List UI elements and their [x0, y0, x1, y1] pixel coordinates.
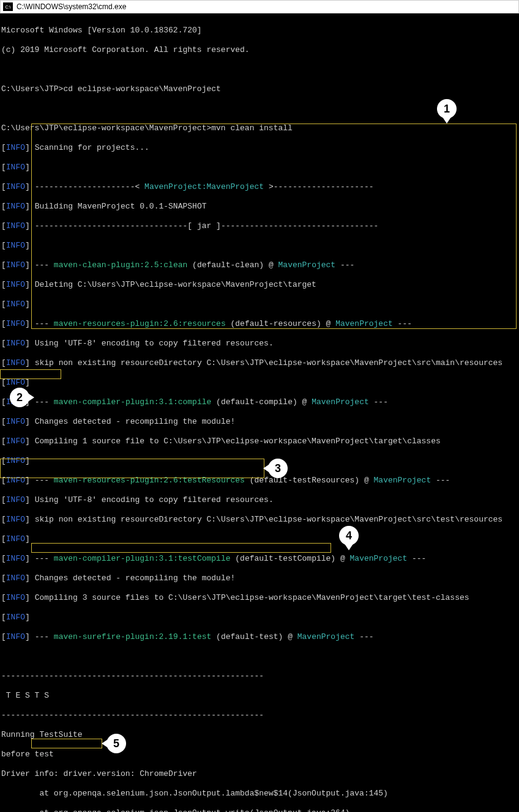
callout-2: 2	[10, 388, 29, 407]
header-line: (c) 2019 Microsoft Corporation. All righ…	[1, 45, 518, 55]
prompt-line: C:\Users\JTP\eclipse-workspace\MavenProj…	[1, 124, 518, 133]
terminal-output[interactable]: Microsoft Windows [Version 10.0.18362.72…	[0, 13, 519, 812]
callout-3: 3	[268, 459, 288, 478]
title-bar[interactable]: C:\ C:\WINDOWS\system32\cmd.exe	[0, 0, 519, 13]
prompt-line: C:\Users\JTP>cd eclipse-workspace\MavenP…	[1, 84, 518, 94]
header-line: Microsoft Windows [Version 10.0.18362.72…	[1, 26, 518, 35]
callout-5: 5	[106, 734, 126, 753]
cmd-icon: C:\	[3, 2, 13, 11]
callout-4: 4	[339, 526, 359, 545]
annotation-box-5	[31, 739, 102, 748]
callout-1: 1	[437, 99, 457, 119]
window-title: C:\WINDOWS\system32\cmd.exe	[17, 2, 126, 11]
annotation-box-4	[31, 543, 331, 553]
